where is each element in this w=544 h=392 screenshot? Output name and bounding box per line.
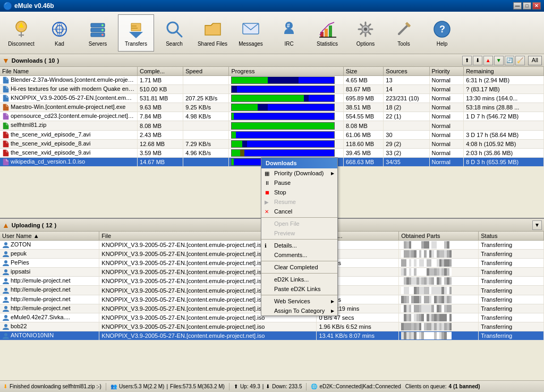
close-button[interactable]: ✕ [532,2,541,10]
download-priority: Normal [429,157,464,166]
context-menu-item-priority[interactable]: ▦Priority (Download) [261,168,337,178]
minimize-button[interactable]: — [513,2,522,10]
col-complete[interactable]: Comple... [138,67,183,76]
statusbar-up: Up: 49.3 [240,384,260,389]
progress-bar [231,140,335,148]
toolbar-btn-help[interactable]: ?Help [424,14,460,52]
download-speed [183,76,229,85]
upload-status: Transferring [479,331,544,340]
upload-row[interactable]: bob22KNOPPIX_V3.9-2005-05-27-EN.[content… [0,322,544,331]
progress-segment [236,132,334,138]
disconnect-label: Disconnect [8,41,34,47]
download-remaining: 4:08 h (105.92 MB) [464,139,544,148]
shared-label: Shared Files [198,41,227,47]
progress-segment [244,150,335,156]
obtained-parts-bar [401,259,452,267]
context-menu-item-assign_category[interactable]: Assign To Category [261,306,337,316]
download-row[interactable]: the_scene_xvid_episode_7.avi2.43 MB61.06… [0,130,544,139]
context-menu-item-cancel[interactable]: ✕Cancel [261,207,337,216]
toolbar-btn-statistics[interactable]: Statistics [309,14,345,52]
context-menu-item-preview: Preview [261,228,337,238]
statusbar-divider-1 [106,383,106,390]
svg-point-45 [4,269,7,272]
toolbar-btn-tools[interactable]: Tools [386,14,422,52]
part-segment [449,277,452,285]
context-menu-item-comments[interactable]: Comments... [261,250,337,260]
all-button[interactable]: All [528,56,542,65]
context-menu-item-details[interactable]: ℹDetails... [261,241,337,250]
context-menu-item-paste_ed2k[interactable]: Paste eD2K Links [261,284,337,294]
down-arrow-btn[interactable]: ▼ [494,56,504,65]
col-filename[interactable]: File Name [0,67,138,76]
context-menu-item-ed2k_links[interactable]: eD2K Links... [261,275,337,284]
context-menu-item-label: Open File [274,220,300,227]
col-speed[interactable]: Speed [183,67,229,76]
progress-segment [232,95,303,101]
toolbar-btn-kad[interactable]: Kad [41,14,78,52]
col-obtained[interactable]: Obtained Parts [399,232,479,241]
titlebar-controls: — □ ✕ [513,2,541,10]
user-icon [2,286,11,293]
download-row[interactable]: selfhtml81.zip8.08 MB8.08 MBNormal [0,121,544,130]
download-complete: 12.68 MB [138,139,183,148]
col-size[interactable]: Size [343,67,383,76]
cleanup-btn[interactable]: 🧹 [515,56,525,65]
download-remaining: 1 D 7 h (546.72 MB) [464,112,544,121]
download-btn[interactable]: ⬇ [473,56,482,65]
downloads-table: File Name Comple... Speed Progress Size … [0,67,544,167]
download-row[interactable]: opensource_cd23.[content.emule-project.n… [0,112,544,121]
upload-row[interactable]: ANTONIO10NINKNOPPIX_V3.9-2005-05-27-EN.[… [0,331,544,340]
download-speed: 7.29 KB/s [183,139,229,148]
context-menu-item-label: Details... [274,242,297,249]
download-progress [229,121,343,130]
context-menu-item-stop[interactable]: ⏹Stop [261,188,337,197]
toolbar-btn-shared[interactable]: Shared Files [194,14,231,52]
up-arrow-btn[interactable]: ▲ [483,56,493,65]
refresh-btn[interactable]: 🔄 [505,56,514,65]
toolbar-btn-search[interactable]: Search [156,14,192,52]
download-sources: 22 (1) [384,112,429,121]
toolbar-btn-disconnect[interactable]: Disconnect [3,14,39,52]
upload-username: http://emule-project.net [0,277,99,286]
download-speed [183,121,229,130]
download-filename: wikipedia_cd_version.1.0.iso [0,157,138,166]
download-row[interactable]: Hi-res textures for use with modern Quak… [0,85,544,94]
download-speed: 9.25 KB/s [183,103,229,112]
col-priority[interactable]: Priority [429,67,464,76]
col-sources[interactable]: Sources [384,67,429,76]
download-sources: 13 [384,76,429,85]
download-row[interactable]: the_scene_xvid_episode_8.avi12.68 MB7.29… [0,139,544,148]
toolbar-btn-irc[interactable]: #IRC [271,14,307,52]
upload-username: ippsatsi [0,268,99,277]
col-remaining[interactable]: Remaining [464,67,544,76]
col-username[interactable]: User Name ▲ [0,232,99,241]
upload-btn[interactable]: ⬆ [462,56,472,65]
progress-bar [231,113,335,120]
download-row[interactable]: KNOPPIX_V3.9-2005-05-27-EN.[content.emul… [0,94,544,103]
svg-rect-24 [320,32,324,37]
messages-icon [240,19,261,40]
download-row[interactable]: Maestro-Win.[content.emule-project.net].… [0,103,544,112]
toolbar-btn-messages[interactable]: Messages [233,14,269,52]
download-progress [229,103,343,112]
download-row[interactable]: Blender-2.37a-Windows.[content.emule-pro… [0,76,544,85]
transfers-icon [125,19,147,40]
maximize-button[interactable]: □ [523,2,531,10]
context-menu-item-pause[interactable]: ⏸Pause [261,178,337,188]
download-complete: 9.63 MB [138,103,183,112]
context-menu-item-web_services[interactable]: Web Services [261,296,337,306]
toolbar-btn-options[interactable]: Options [347,14,384,52]
uploads-arrow-btn[interactable]: ▼ [532,220,542,230]
toolbar-btn-transfers[interactable]: Transfers [118,14,154,52]
user-icon [2,305,11,311]
download-row[interactable]: the_scene_xvid_episode_9.avi3.59 MB4.96 … [0,148,544,157]
progress-segment [237,86,334,92]
col-status[interactable]: Status [479,232,544,241]
toolbar-btn-servers[interactable]: Servers [80,14,116,52]
context-menu-item-clear_completed[interactable]: Clear Completed [261,262,337,272]
col-progress[interactable]: Progress [229,67,343,76]
part-segment [449,296,452,303]
download-size: 8.08 MB [343,121,383,130]
statistics-label: Statistics [317,41,338,47]
part-segment [449,268,452,276]
